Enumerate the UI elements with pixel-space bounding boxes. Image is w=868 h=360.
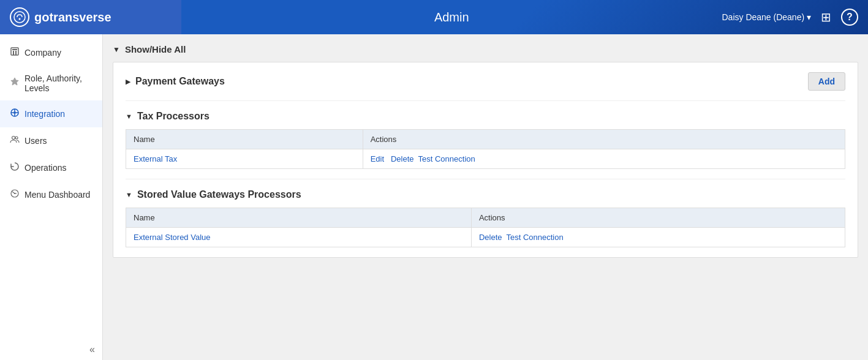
sidebar-item-integration[interactable]: Integration — [0, 100, 102, 127]
table-row: External Tax Edit Delete Test Connection — [126, 149, 845, 169]
users-icon — [10, 135, 20, 147]
sidebar-item-role[interactable]: Role, Authority, Levels — [0, 66, 102, 100]
sidebar: Company Role, Authority, Levels Integrat… — [0, 34, 103, 360]
external-tax-name: External Tax — [126, 149, 363, 169]
external-tax-actions: Edit Delete Test Connection — [363, 149, 845, 169]
svg-point-0 — [14, 12, 25, 23]
show-hide-label: Show/Hide All — [125, 44, 186, 54]
svg-point-13 — [15, 137, 18, 139]
show-hide-all[interactable]: ▼ Show/Hide All — [113, 44, 858, 54]
main-content: ▼ Show/Hide All ▶ Payment Gateways Add ▼… — [103, 34, 868, 360]
sidebar-item-label: Integration — [25, 109, 65, 119]
tax-processors-toggle[interactable]: ▼ — [126, 113, 132, 120]
tax-processors-header: ▼ Tax Processors — [126, 111, 845, 122]
svg-rect-5 — [12, 49, 17, 50]
payment-gateways-toggle[interactable]: ▶ — [126, 78, 130, 86]
stored-value-title-area[interactable]: ▼ Stored Value Gateways Processors — [126, 189, 301, 200]
payment-gateways-title-area[interactable]: ▶ Payment Gateways — [126, 76, 225, 87]
sidebar-item-operations[interactable]: Operations — [0, 154, 102, 181]
tax-processors-title: Tax Processors — [137, 111, 209, 122]
stored-value-header-row: Name Actions — [126, 208, 845, 228]
sidebar-item-label: Company — [25, 48, 61, 58]
stored-value-header: ▼ Stored Value Gateways Processors — [126, 189, 845, 200]
logo-area: gotransverse — [0, 0, 181, 34]
external-tax-link[interactable]: External Tax — [134, 154, 177, 163]
add-payment-gateway-button[interactable]: Add — [808, 72, 845, 91]
tax-processors-title-area[interactable]: ▼ Tax Processors — [126, 111, 209, 122]
external-stored-value-name: External Stored Value — [126, 228, 472, 247]
payment-gateways-title: Payment Gateways — [135, 76, 225, 87]
external-stored-value-link[interactable]: External Stored Value — [134, 233, 211, 242]
tax-processors-header-row: Name Actions — [126, 130, 845, 149]
external-stored-value-delete[interactable]: Delete — [479, 233, 502, 242]
stored-value-col-actions: Actions — [471, 208, 845, 228]
external-stored-value-actions: Delete Test Connection — [471, 228, 845, 247]
role-icon — [10, 77, 20, 89]
divider-2 — [126, 179, 845, 179]
operations-icon — [10, 162, 20, 174]
external-tax-delete[interactable]: Delete — [391, 154, 414, 163]
svg-point-15 — [14, 193, 15, 194]
svg-rect-2 — [11, 48, 18, 55]
svg-point-1 — [19, 18, 21, 20]
sidebar-item-label: Users — [25, 136, 47, 146]
svg-point-7 — [13, 111, 16, 114]
stored-value-title: Stored Value Gateways Processors — [137, 189, 301, 200]
tax-processors-col-actions: Actions — [363, 130, 845, 149]
sidebar-item-label: Menu Dashboard — [25, 190, 90, 200]
external-tax-test-connection[interactable]: Test Connection — [418, 154, 475, 163]
stored-value-toggle[interactable]: ▼ — [126, 191, 132, 198]
logo-icon — [10, 7, 29, 27]
grid-icon[interactable]: ⊞ — [821, 10, 831, 24]
payment-gateways-header: ▶ Payment Gateways Add — [126, 72, 845, 91]
sidebar-item-users[interactable]: Users — [0, 127, 102, 154]
sidebar-item-label: Role, Authority, Levels — [25, 73, 92, 93]
company-icon — [10, 47, 20, 59]
layout: Company Role, Authority, Levels Integrat… — [0, 34, 868, 360]
sidebar-item-company[interactable]: Company — [0, 39, 102, 66]
tax-processors-col-name: Name — [126, 130, 363, 149]
show-hide-arrow: ▼ — [113, 45, 120, 54]
menu-dashboard-icon — [10, 189, 20, 201]
divider-1 — [126, 100, 845, 101]
external-tax-edit[interactable]: Edit — [371, 154, 384, 163]
integration-icon — [10, 108, 20, 120]
sections-card: ▶ Payment Gateways Add ▼ Tax Processors … — [113, 62, 858, 258]
sidebar-item-menu-dashboard[interactable]: Menu Dashboard — [0, 181, 102, 208]
table-row: External Stored Value Delete Test Connec… — [126, 228, 845, 247]
svg-rect-3 — [13, 51, 14, 55]
help-icon[interactable]: ? — [841, 9, 858, 26]
logo-text: gotransverse — [34, 10, 157, 24]
user-menu[interactable]: Daisy Deane (Deane) ▾ — [722, 12, 811, 22]
tax-processors-table: Name Actions External Tax Edit Delete Te… — [126, 129, 845, 169]
header-right: Daisy Deane (Deane) ▾ ⊞ ? — [722, 9, 858, 26]
external-stored-value-test-connection[interactable]: Test Connection — [507, 233, 564, 242]
header-title: Admin — [181, 10, 722, 24]
stored-value-table: Name Actions External Stored Value Delet… — [126, 208, 845, 247]
sidebar-collapse-button[interactable]: « — [89, 344, 95, 355]
svg-rect-4 — [15, 51, 17, 55]
sidebar-item-label: Operations — [25, 163, 66, 173]
header: gotransverse Admin Daisy Deane (Deane) ▾… — [0, 0, 868, 34]
stored-value-col-name: Name — [126, 208, 472, 228]
svg-point-12 — [12, 137, 15, 140]
